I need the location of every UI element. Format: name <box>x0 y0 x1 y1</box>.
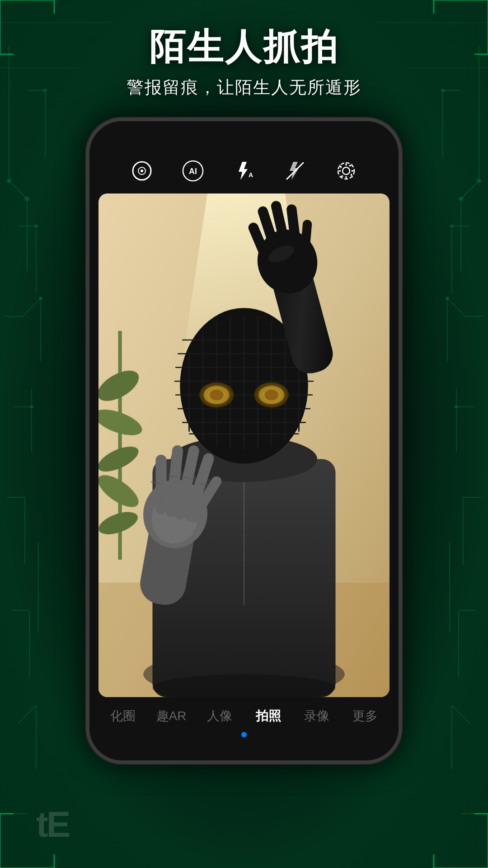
nav-items: 化圈 趣AR 人像 拍照 录像 更多 <box>89 704 399 728</box>
bottom-navigation: 化圈 趣AR 人像 拍照 录像 更多 <box>89 697 399 760</box>
phone-screen: AI A <box>89 121 399 760</box>
svg-marker-62 <box>239 162 248 180</box>
phone-frame: AI A <box>86 118 402 764</box>
nav-item-portrait[interactable]: 人像 <box>196 704 244 728</box>
phone-mockup: AI A <box>86 118 402 764</box>
svg-text:A: A <box>249 171 253 179</box>
svg-point-59 <box>141 170 143 172</box>
no-flash-icon[interactable] <box>282 158 308 184</box>
svg-point-101 <box>210 389 223 400</box>
nav-item-quar[interactable]: 趣AR <box>147 704 195 728</box>
title-area: 陌生人抓拍 警报留痕，让陌生人无所遁形 <box>0 27 488 99</box>
main-title: 陌生人抓拍 <box>0 27 488 67</box>
ai-icon[interactable]: AI <box>180 158 206 184</box>
camera-toolbar: AI A <box>89 153 399 189</box>
settings-icon[interactable] <box>333 158 359 184</box>
nav-active-indicator <box>241 732 247 737</box>
nav-item-photo[interactable]: 拍照 <box>244 704 292 728</box>
flash-auto-icon[interactable]: A <box>231 158 257 184</box>
nav-item-more[interactable]: 更多 <box>341 704 389 728</box>
intruder-scene <box>99 193 389 697</box>
camera-mode-icon[interactable] <box>129 158 155 184</box>
nav-item-video[interactable]: 录像 <box>292 704 341 728</box>
phone-notch <box>208 130 280 146</box>
subtitle: 警报留痕，让陌生人无所遁形 <box>0 76 488 99</box>
camera-viewfinder <box>99 193 389 697</box>
bottom-watermark: tE <box>36 804 69 845</box>
nav-item-huaquan[interactable]: 化圈 <box>99 704 147 728</box>
svg-point-66 <box>343 167 350 175</box>
svg-text:AI: AI <box>189 167 197 176</box>
svg-rect-116 <box>155 455 166 514</box>
svg-point-104 <box>265 389 278 400</box>
